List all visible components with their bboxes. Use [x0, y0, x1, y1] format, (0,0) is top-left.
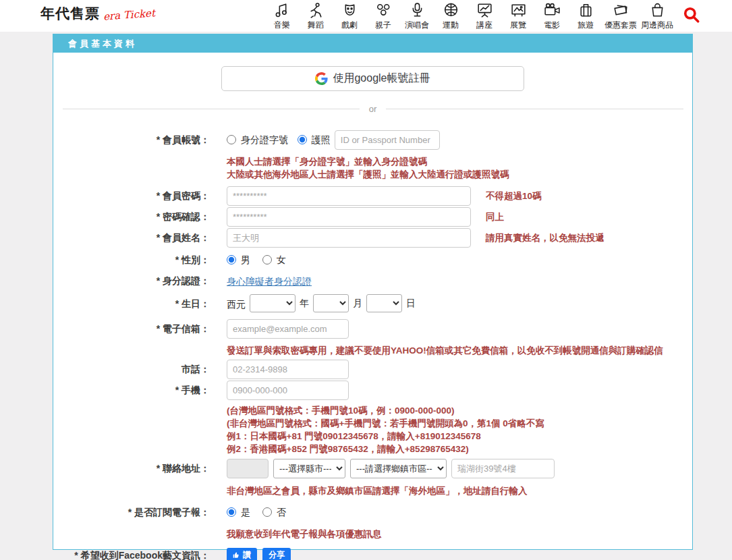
nav-label-lecture: 講座: [476, 20, 492, 31]
gender-female-option[interactable]: 女: [262, 254, 286, 265]
passport-radio-label: 護照: [312, 134, 331, 145]
name-input[interactable]: [227, 228, 471, 248]
gender-male-option[interactable]: 男: [227, 254, 253, 265]
national-id-radio-option[interactable]: 身分證字號: [227, 134, 288, 146]
birthday-era-label: 西元: [227, 296, 246, 311]
newsletter-hint: 我願意收到年代電子報與各項優惠訊息: [227, 528, 692, 540]
password-input[interactable]: [227, 186, 471, 206]
district-select[interactable]: ---請選擇鄉鎮市區---: [350, 459, 447, 478]
row-identity: * 身分認證： 身心障礙者身分認證: [53, 271, 692, 288]
nav-item-dance[interactable]: 舞蹈: [299, 0, 333, 31]
facebook-share-label: 分享: [269, 549, 285, 560]
mobile-hint-3: 例1：日本國碼+81 門號09012345678，請輸入+81901234567…: [227, 430, 692, 443]
top-header: 年代售票 era Ticket 音樂 舞蹈 戲劇 親子 演唱會 運動: [0, 0, 732, 32]
newsletter-no-option[interactable]: 否: [262, 507, 286, 517]
name-label: * 會員姓名：: [53, 228, 210, 244]
newsletter-yes-label: 是: [241, 507, 250, 517]
account-input[interactable]: [335, 130, 440, 150]
row-password: * 會員密碼： 不得超過10碼: [53, 186, 692, 206]
google-signup-label: 使用google帳號註冊: [333, 72, 430, 86]
birthday-year-select[interactable]: [250, 294, 295, 312]
category-nav: 音樂 舞蹈 戲劇 親子 演唱會 運動 講座 展覽: [265, 0, 701, 32]
password-confirm-input[interactable]: [227, 207, 471, 227]
nav-label-music: 音樂: [274, 20, 290, 31]
email-input[interactable]: [227, 319, 349, 339]
row-name: * 會員姓名： 請用真實姓名，以免無法投遞: [53, 228, 692, 248]
disability-identity-link[interactable]: 身心障礙者身分認證: [227, 276, 312, 287]
google-signup-button[interactable]: 使用google帳號註冊: [221, 66, 524, 91]
birthday-month-select[interactable]: [313, 294, 349, 312]
nav-item-sport[interactable]: 運動: [434, 0, 468, 31]
newsletter-no-radio[interactable]: [262, 507, 272, 517]
facebook-share-button[interactable]: 分享: [262, 548, 291, 560]
nav-label-travel: 旅遊: [578, 20, 594, 31]
password-label: * 會員密碼：: [53, 186, 210, 202]
name-hint: 請用真實姓名，以免無法投遞: [486, 232, 604, 244]
nav-item-concert[interactable]: 演唱會: [400, 0, 434, 31]
nav-item-package[interactable]: 優惠套票: [602, 0, 639, 31]
newsletter-yes-option[interactable]: 是: [227, 507, 253, 517]
gender-male-radio[interactable]: [227, 255, 236, 264]
nav-item-family[interactable]: 親子: [366, 0, 400, 31]
nav-label-drama: 戲劇: [341, 20, 358, 31]
nav-item-travel[interactable]: 旅遊: [569, 0, 602, 31]
account-label: * 會員帳號：: [53, 130, 210, 146]
birthday-label: * 生日：: [53, 294, 210, 310]
picture-frame-icon: [509, 1, 528, 20]
gender-female-radio[interactable]: [262, 255, 272, 264]
national-id-radio[interactable]: [227, 135, 236, 144]
account-hint-1: 本國人士請選擇「身分證字號」並輸入身分證號碼: [227, 155, 692, 168]
or-divider-label: or: [360, 104, 387, 114]
registration-form: * 會員帳號： 身分證字號 護照 本國人士請選擇「身分證字號」並輸入身分證號碼 …: [53, 130, 692, 560]
mobile-label: * 手機：: [53, 381, 210, 397]
site-logo[interactable]: 年代售票 era Ticket: [40, 4, 155, 23]
saxophone-icon: [273, 1, 291, 20]
facebook-like-button[interactable]: 讚: [227, 548, 257, 560]
row-email: * 電子信箱： 發送訂單與索取密碼專用，建議不要使用YAHOO!信箱或其它免費信…: [53, 319, 692, 357]
nav-label-dance: 舞蹈: [308, 20, 324, 31]
google-logo-icon: [315, 72, 328, 85]
newsletter-label: * 是否訂閱電子報：: [53, 503, 210, 519]
zipcode-input: [227, 459, 269, 478]
mobile-hint-4: 例2：香港國碼+852 門號98765432，請輸入+85298765432): [227, 443, 692, 455]
dancer-icon: [307, 1, 325, 20]
passport-radio-option[interactable]: 護照: [298, 134, 331, 146]
passport-radio[interactable]: [298, 135, 307, 144]
nav-item-movie[interactable]: 電影: [535, 0, 569, 31]
nav-label-family: 親子: [375, 20, 391, 31]
facebook-like-label: 讚: [243, 549, 251, 560]
mobile-input[interactable]: [227, 381, 349, 400]
family-faces-icon: [374, 1, 393, 20]
theater-mask-icon: [341, 1, 359, 20]
panel-title: 會員基本資料: [53, 34, 692, 53]
newsletter-no-label: 否: [277, 507, 286, 517]
nav-item-exhibition[interactable]: 展覽: [501, 0, 535, 31]
password-confirm-hint: 同上: [486, 211, 504, 223]
mobile-hint-1: (台灣地區門號格式：手機門號10碼，例：0900-000-000): [227, 404, 692, 417]
facebook-label: * 希望收到Facebook藝文資訊：: [53, 546, 210, 560]
row-birthday: * 生日： 西元 年 月 日: [53, 294, 692, 312]
tickets-icon: [612, 1, 630, 20]
row-account: * 會員帳號： 身分證字號 護照 本國人士請選擇「身分證字號」並輸入身分證號碼 …: [53, 130, 692, 181]
row-gender: * 性別： 男 女: [53, 250, 692, 267]
nav-item-goods[interactable]: 周邊商品: [639, 0, 675, 31]
suitcase-icon: [577, 1, 595, 20]
national-id-radio-label: 身分證字號: [241, 134, 288, 145]
birthday-month-suffix: 月: [353, 298, 362, 310]
presentation-icon: [476, 1, 494, 20]
county-select[interactable]: ---選擇縣市---: [273, 459, 345, 478]
street-address-input[interactable]: [451, 459, 555, 478]
password-confirm-label: * 密碼確認：: [53, 207, 210, 223]
newsletter-yes-radio[interactable]: [227, 507, 236, 517]
or-divider: or: [63, 104, 683, 114]
phone-input[interactable]: [227, 360, 349, 379]
birthday-day-select[interactable]: [366, 294, 402, 312]
gender-label: * 性別：: [53, 250, 210, 267]
search-button[interactable]: [682, 5, 701, 27]
film-camera-icon: [543, 1, 561, 20]
row-mobile: * 手機： (台灣地區門號格式：手機門號10碼，例：0900-000-000) …: [53, 381, 692, 455]
basketball-icon: [442, 1, 460, 20]
nav-item-drama[interactable]: 戲劇: [333, 0, 366, 31]
nav-item-music[interactable]: 音樂: [265, 0, 299, 31]
nav-item-lecture[interactable]: 講座: [468, 0, 501, 31]
